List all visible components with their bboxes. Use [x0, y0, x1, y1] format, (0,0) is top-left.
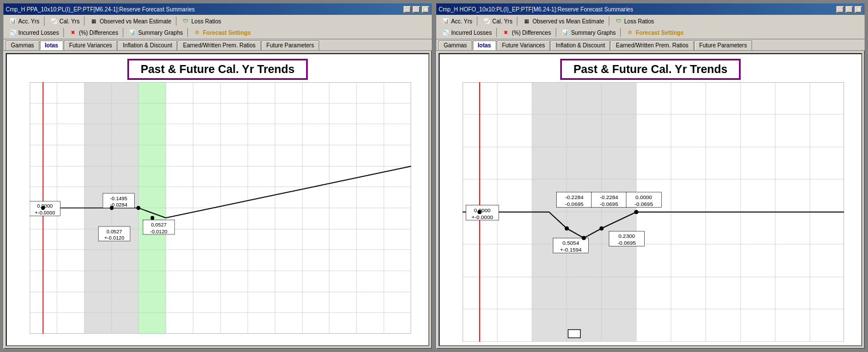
window-controls-1: − □ ✕: [403, 6, 429, 13]
chart-svg-2: 4 3 2 1 0 -1 -2 -3 -4 14 16 18 20 22 24 …: [463, 82, 844, 342]
acc-yrs-btn-2[interactable]: 📊 Acc. Yrs: [439, 16, 475, 26]
observed-icon-1: ▦: [89, 17, 98, 26]
incurred-losses-icon-2: 📉: [441, 28, 450, 37]
tab-iotas-2[interactable]: Iotas: [473, 41, 496, 50]
tab-future-params-1[interactable]: Future Parameters: [262, 41, 319, 50]
observed-btn-1[interactable]: ▦ Observed vs Mean Estimate: [87, 16, 174, 26]
chart-container-2: Past & Future Cal. Yr Trends: [439, 53, 862, 346]
svg-text:0.5054: 0.5054: [562, 240, 580, 246]
svg-point-74: [151, 216, 155, 220]
tab-earned-1[interactable]: Earned/Written Prem. Ratios: [178, 41, 260, 50]
cal-yrs-btn-2[interactable]: 📈 Cal. Yrs: [480, 16, 515, 26]
svg-text:-0.0695: -0.0695: [600, 201, 618, 207]
nav-tabs-2: Gammas Iotas Future Variances Inflation …: [436, 39, 865, 51]
cal-yrs-btn-1[interactable]: 📈 Cal. Yrs: [47, 16, 82, 26]
svg-text:-0.2284: -0.2284: [600, 194, 618, 200]
toolbar-2: 📊 Acc. Yrs 📈 Cal. Yrs ▦ Observed vs Mean…: [436, 15, 865, 39]
svg-text:+-0.0000: +-0.0000: [35, 210, 55, 216]
svg-point-138: [565, 226, 569, 230]
sep5: [123, 28, 123, 37]
sep10: [496, 28, 497, 37]
forecast-settings-icon-2: ⚙: [625, 28, 634, 37]
tab-inflation-2[interactable]: Inflation & Discount: [550, 41, 610, 50]
incurred-losses-btn-2[interactable]: 📉 Incurred Losses: [439, 27, 494, 38]
svg-point-71: [41, 206, 45, 210]
svg-point-72: [110, 206, 114, 210]
svg-text:0.0000: 0.0000: [37, 203, 53, 209]
differences-icon-1: ✖: [69, 28, 78, 37]
maximize-btn-2[interactable]: □: [845, 6, 853, 13]
sep1: [44, 17, 45, 26]
svg-point-73: [136, 206, 140, 210]
chart-container-1: Past & Future Cal. Yr Trends: [6, 53, 429, 346]
forecast-settings-btn-2[interactable]: ⚙ Forecast Settings: [623, 27, 686, 38]
minimize-btn-1[interactable]: −: [403, 6, 411, 13]
tab-future-variances-1[interactable]: Future Variances: [64, 41, 117, 50]
loss-ratios-btn-2[interactable]: 🛡 Loss Ratios: [612, 16, 656, 26]
observed-icon-2: ▦: [522, 17, 531, 26]
svg-rect-142: [568, 330, 580, 338]
acc-yrs-icon-2: 📊: [441, 17, 450, 26]
tab-gammas-2[interactable]: Gammas: [439, 41, 472, 50]
close-btn-2[interactable]: ✕: [854, 6, 862, 13]
incurred-losses-icon-1: 📉: [8, 28, 17, 37]
tab-inflation-1[interactable]: Inflation & Discount: [118, 41, 177, 50]
window-1: Cmp_H PPA_10x10:PL(I)_EP:PTF[M6.24-1]:Re…: [2, 2, 433, 350]
chart-title-2: Past & Future Cal. Yr Trends: [560, 59, 741, 80]
differences-btn-2[interactable]: ✖ (%) Differences: [499, 27, 553, 38]
sep4: [63, 28, 64, 37]
svg-text:0.0527: 0.0527: [106, 228, 122, 234]
svg-text:+-0.0000: +-0.0000: [472, 214, 493, 220]
sep12: [620, 28, 621, 37]
forecast-settings-icon-1: ⚙: [192, 28, 202, 37]
forecast-settings-btn-1[interactable]: ⚙ Forecast Settings: [190, 27, 253, 38]
sep9: [609, 17, 609, 26]
tab-gammas-1[interactable]: Gammas: [6, 41, 39, 50]
title-1: Cmp_H PPA_10x10:PL(I)_EP:PTF[M6.24-1]:Re…: [6, 6, 195, 13]
sep8: [517, 17, 517, 26]
svg-text:-0.1495: -0.1495: [110, 195, 127, 201]
tab-future-params-2[interactable]: Future Parameters: [694, 41, 752, 50]
title-bar-2: Cmp_H HOFO_10x10:PL(I)_EP:PTF[M6.24-1]:R…: [436, 3, 865, 15]
acc-yrs-btn-1[interactable]: 📊 Acc. Yrs: [6, 16, 42, 26]
maximize-btn-1[interactable]: □: [412, 6, 420, 13]
tab-iotas-1[interactable]: Iotas: [40, 41, 63, 50]
summary-graphs-icon-2: 📊: [561, 28, 570, 37]
summary-graphs-btn-2[interactable]: 📊 Summary Graphs: [558, 27, 618, 38]
svg-point-139: [582, 236, 586, 240]
loss-ratios-icon-1: 🛡: [181, 17, 190, 26]
close-btn-1[interactable]: ✕: [421, 6, 429, 13]
toolbar-row1-1: 📊 Acc. Yrs 📈 Cal. Yrs ▦ Observed vs Mean…: [6, 16, 429, 26]
summary-graphs-icon-1: 📊: [128, 28, 137, 37]
title-bar-1: Cmp_H PPA_10x10:PL(I)_EP:PTF[M6.24-1]:Re…: [3, 3, 432, 15]
nav-tabs-1: Gammas Iotas Future Variances Inflation …: [3, 39, 432, 51]
tab-future-variances-2[interactable]: Future Variances: [497, 41, 550, 50]
sep2: [84, 17, 85, 26]
differences-btn-1[interactable]: ✖ (%) Differences: [66, 27, 120, 38]
svg-text:-0.0120: -0.0120: [150, 228, 167, 234]
sep11: [556, 28, 556, 37]
title-2: Cmp_H HOFO_10x10:PL(I)_EP:PTF[M6.24-1]:R…: [439, 6, 633, 13]
chart-area-2: 4 3 2 1 0 -1 -2 -3 -4 14 16 18 20 22 24 …: [440, 82, 861, 346]
svg-text:0.2300: 0.2300: [618, 233, 635, 239]
svg-text:0.0000: 0.0000: [474, 207, 491, 213]
minimize-btn-2[interactable]: −: [836, 6, 844, 13]
toolbar-row2-1: 📉 Incurred Losses ✖ (%) Differences 📊 Su…: [6, 27, 429, 38]
observed-btn-2[interactable]: ▦ Observed vs Mean Estimate: [520, 16, 606, 26]
svg-text:+-0.1594: +-0.1594: [560, 246, 582, 253]
incurred-losses-btn-1[interactable]: 📉 Incurred Losses: [6, 27, 61, 38]
summary-graphs-btn-1[interactable]: 📊 Summary Graphs: [126, 27, 185, 38]
chart-svg-1: 3 2.5 2 1.5 1 0.5 0 -0.5 -1 -1.5 -2 -2.5…: [30, 82, 411, 334]
toolbar-1: 📊 Acc. Yrs 📈 Cal. Yrs ▦ Observed vs Mean…: [3, 15, 432, 39]
svg-text:+-0.0120: +-0.0120: [104, 235, 124, 241]
window-controls-2: − □ ✕: [836, 6, 862, 13]
differences-icon-2: ✖: [501, 28, 511, 37]
svg-text:0.0527: 0.0527: [151, 222, 166, 228]
svg-text:-0.0695: -0.0695: [617, 240, 636, 246]
svg-point-141: [634, 210, 638, 214]
sep6: [187, 28, 188, 37]
chart-area-1: 3 2.5 2 1.5 1 0.5 0 -0.5 -1 -1.5 -2 -2.5…: [7, 82, 428, 345]
svg-point-137: [477, 210, 481, 214]
tab-earned-2[interactable]: Earned/Written Prem. Ratios: [610, 41, 693, 50]
loss-ratios-btn-1[interactable]: 🛡 Loss Ratios: [179, 16, 223, 26]
